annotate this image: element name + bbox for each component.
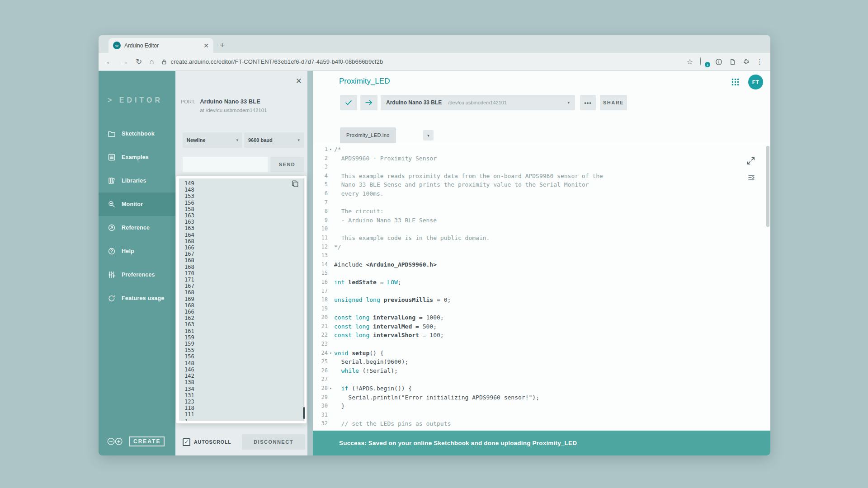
features-usage-icon [108, 294, 116, 302]
sidebar-item-preferences[interactable]: Preferences [99, 263, 175, 286]
code-text [334, 225, 334, 234]
code-line: 1▾/* [313, 145, 770, 154]
serial-value: 163 [184, 321, 304, 328]
line-number: 15 [313, 269, 334, 278]
line-number: 6 [313, 189, 334, 198]
chevron-down-icon: ▾ [236, 138, 238, 142]
fold-caret-empty [328, 207, 334, 216]
apps-grid-icon[interactable] [731, 78, 739, 86]
arduino-create-app: > EDITOR SketchbookExamplesLibrariesMoni… [99, 71, 770, 455]
browser-tab[interactable]: ∞ Arduino Editor ✕ [108, 38, 213, 53]
line-number: 27 [313, 375, 334, 384]
sidebar-item-reference[interactable]: Reference [99, 216, 175, 239]
line-number: 3 [313, 163, 334, 172]
code-line: 19 [313, 305, 770, 314]
serial-value: 149 [184, 180, 304, 187]
sidebar-item-sketchbook[interactable]: Sketchbook [99, 122, 175, 145]
disconnect-button[interactable]: DISCONNECT [242, 434, 305, 450]
reload-icon[interactable]: ↻ [136, 58, 142, 66]
line-number: 7 [313, 198, 334, 207]
sidebar-item-features-usage[interactable]: Features usage [99, 286, 175, 310]
sidebar-item-label: Examples [122, 154, 149, 160]
back-icon[interactable]: ← [106, 58, 113, 66]
code-text: */ [334, 243, 341, 252]
code-text: void setup() { [334, 349, 384, 358]
fold-caret-empty [328, 234, 334, 243]
serial-value: 158 [184, 206, 304, 212]
bookmark-star-icon[interactable]: ☆ [687, 57, 693, 66]
forward-icon[interactable]: → [121, 58, 128, 66]
serial-scrollbar-thumb[interactable] [303, 407, 305, 419]
serial-value: 161 [184, 328, 304, 334]
fold-caret-icon[interactable]: ▾ [328, 145, 334, 154]
code-line: 9 - Arduino Nano 33 BLE Sense [313, 216, 770, 225]
sketch-file-tab[interactable]: Proximity_LED.ino [340, 127, 396, 143]
code-line: 7 [313, 198, 770, 207]
code-text: #include <Arduino_APDS9960.h> [334, 260, 437, 269]
code-line: 23 [313, 340, 770, 349]
file-menu-caret-button[interactable]: ▾ [423, 130, 434, 141]
serial-value: 156 [184, 200, 304, 206]
monitor-close-icon[interactable]: ✕ [296, 76, 302, 86]
sidebar-item-label: Features usage [122, 295, 165, 301]
more-options-button[interactable]: ••• [580, 95, 596, 110]
sidebar-item-examples[interactable]: Examples [99, 145, 175, 169]
sidebar-item-help[interactable]: Help [99, 239, 175, 263]
serial-value: 159 [184, 341, 304, 347]
home-icon[interactable]: ⌂ [149, 58, 154, 66]
board-selector[interactable]: Arduino Nano 33 BLE /dev/cu.usbmodem1421… [381, 95, 575, 110]
fold-caret-icon[interactable]: ▾ [328, 384, 334, 393]
autoformat-icon[interactable] [747, 173, 756, 182]
code-editor[interactable]: 1▾/*2 APDS9960 - Proximity Sensor34 This… [313, 143, 770, 430]
send-button[interactable]: SEND [270, 157, 304, 172]
baud-rate-select[interactable]: 9600 baud ▾ [244, 132, 304, 148]
serial-message-input[interactable] [183, 157, 268, 172]
code-text [334, 305, 334, 314]
url-field[interactable]: create.arduino.cc/editor/FT-CONTENT/63eb… [161, 58, 679, 65]
new-tab-icon[interactable]: + [220, 40, 225, 50]
fold-caret-empty [328, 287, 334, 296]
serial-value: 146 [184, 366, 304, 373]
serial-value: 156 [184, 353, 304, 360]
editor-scrollbar-thumb[interactable] [766, 146, 769, 227]
verify-button[interactable] [340, 95, 357, 110]
arduino-create-brand: CREATE [106, 436, 165, 446]
sidebar-item-monitor[interactable]: Monitor [99, 192, 175, 216]
puzzle-extensions-icon[interactable] [743, 58, 750, 65]
code-text [334, 198, 334, 207]
fold-caret-icon[interactable]: ▾ [328, 349, 334, 358]
code-line: 29 Serial.println("Error initializing AP… [313, 393, 770, 402]
menu-kebab-icon[interactable]: ⋮ [756, 58, 763, 66]
line-number: 31 [313, 411, 334, 420]
line-number: 23 [313, 340, 334, 349]
url-text: create.arduino.cc/editor/FT-CONTENT/63eb… [171, 58, 383, 65]
document-icon[interactable] [729, 58, 736, 66]
line-number: 14 [313, 260, 334, 269]
line-number: 13 [313, 251, 334, 260]
line-number: 25 [313, 357, 334, 366]
code-line: 11 This example code is in the public do… [313, 234, 770, 243]
sidebar-item-libraries[interactable]: Libraries [99, 169, 175, 192]
avatar[interactable]: FT [748, 75, 763, 89]
code-text: - Arduino Nano 33 BLE Sense [334, 216, 437, 225]
info-icon[interactable] [715, 58, 722, 66]
line-number: 4 [313, 172, 334, 181]
line-ending-select[interactable]: Newline ▾ [183, 132, 242, 148]
autoscroll-checkbox[interactable]: ✓ [183, 438, 190, 446]
serial-value: 164 [184, 232, 304, 238]
code-line: 30 } [313, 402, 770, 411]
code-text [334, 340, 334, 349]
code-line: 15 [313, 269, 770, 278]
serial-value: 169 [184, 296, 304, 302]
status-bar: Success: Saved on your online Sketchbook… [313, 431, 770, 455]
upload-button[interactable] [360, 95, 377, 110]
copy-output-icon[interactable] [291, 179, 299, 188]
share-button[interactable]: SHARE [600, 95, 627, 110]
code-text: This example code is in the public domai… [334, 234, 490, 243]
serial-monitor-panel: ✕ PORT: Arduino Nano 33 BLE at /dev/cu.u… [175, 71, 307, 455]
code-line: 20const long intervalLong = 1000; [313, 313, 770, 322]
extension-badge-icon[interactable]: 1 [700, 57, 708, 66]
fullscreen-expand-icon[interactable] [746, 156, 756, 166]
tab-close-icon[interactable]: ✕ [203, 42, 209, 49]
serial-output[interactable]: 1491481531561581631631631641681661671681… [179, 178, 304, 421]
